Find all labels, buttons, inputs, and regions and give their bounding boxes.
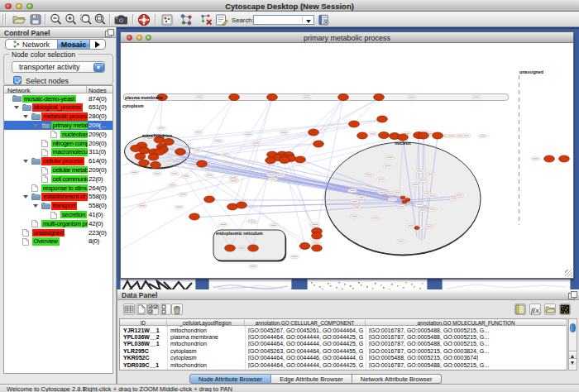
network-node[interactable]	[189, 213, 200, 220]
tree-row-multi-organism-pro[interactable]: multi-organism pro42(0)	[4, 219, 112, 228]
matrix-icon[interactable]	[559, 304, 571, 315]
zoom-in-icon[interactable]	[64, 12, 79, 27]
table-row-YPL036W__1[interactable]: YPL036W__1mitochondrion[GO:0044464, GO:0…	[120, 341, 567, 347]
tree-row-mosaic-demo-yeast[interactable]: mosaic-demo-yeast874(0)	[4, 94, 112, 103]
expand-triangle-icon[interactable]	[23, 115, 28, 121]
data-panel-float-icon[interactable]	[568, 291, 576, 299]
tree-row-response-to-stimul[interactable]: response to stimul264(0)	[4, 184, 112, 193]
table-row-YLR295C[interactable]: YLR295Ccytoplasm[GO:0045263, GO:0044464,…	[120, 347, 567, 354]
network-node-small[interactable]	[402, 200, 407, 203]
tree-row-establishment-of-lo[interactable]: establishment of lo558(0)	[4, 193, 112, 202]
network-node[interactable]	[248, 245, 259, 251]
tab-overflow-button[interactable]	[90, 40, 105, 49]
scrollbar-thumb[interactable]	[570, 323, 576, 332]
table-row-YKR052C[interactable]: YKR052Ccytoplasm[GO:0044464, GO:0044446,…	[120, 355, 567, 361]
network-node[interactable]	[313, 141, 324, 147]
network-node[interactable]	[299, 243, 310, 250]
search-dropdown-arrow[interactable]	[302, 17, 313, 23]
network-node-small[interactable]	[400, 196, 405, 199]
help-ring-icon[interactable]	[136, 12, 151, 27]
tab-network[interactable]: Network	[6, 40, 57, 49]
network-node[interactable]	[544, 155, 555, 162]
tab-network-attribute-browser[interactable]: Network Attribute Browser	[352, 374, 442, 384]
open-folder-icon[interactable]	[544, 304, 556, 315]
resize-grip-icon[interactable]	[565, 270, 572, 277]
network-node[interactable]	[295, 156, 306, 163]
table-row-YJR121W__1[interactable]: YJR121W__1mitochondrion[GO:0045267, GO:0…	[120, 327, 567, 333]
expand-triangle-icon[interactable]	[23, 160, 28, 165]
unified-icon[interactable]	[160, 304, 171, 315]
tree-row-unassigned[interactable]: unassigned223(0)	[4, 228, 112, 237]
scroll-up-button[interactable]	[569, 351, 577, 357]
back-window-scribbles[interactable]	[208, 279, 292, 290]
network-node[interactable]	[312, 232, 323, 239]
scroll-down-button[interactable]	[569, 358, 577, 365]
tree-row-biological-process[interactable]: biological_process651(0)	[4, 103, 112, 112]
destroy-network-icon[interactable]	[199, 12, 213, 27]
tree-row-overview[interactable]: Overview8(0)	[4, 237, 112, 246]
tree-row-cellular-metabo[interactable]: cellular metabo209(0)	[4, 165, 112, 174]
network-node[interactable]	[266, 157, 276, 164]
network-node[interactable]	[139, 160, 150, 166]
tree-row-cellular-process[interactable]: cellular process614(0)	[4, 157, 112, 166]
tree-row-primary-metabolic[interactable]: primary metabolic209(...	[4, 121, 112, 130]
tree-row-cell-communicat[interactable]: cell communicat22(0)	[4, 174, 112, 184]
attribute-browser-icon[interactable]	[317, 12, 330, 27]
network-node[interactable]	[309, 129, 319, 136]
network-node[interactable]	[135, 153, 146, 160]
network-node[interactable]	[338, 94, 349, 101]
network-node[interactable]	[559, 155, 570, 162]
tree-row-metabolic-process[interactable]: metabolic process280(0)	[4, 112, 112, 122]
back-window-glyphs[interactable]	[120, 279, 196, 290]
annotation-icon[interactable]	[160, 12, 175, 27]
table-scrollbar[interactable]	[568, 318, 577, 370]
delete-attribute-icon[interactable]	[171, 304, 183, 315]
network-node[interactable]	[229, 94, 240, 101]
network-node[interactable]	[280, 157, 290, 164]
network-node[interactable]	[204, 196, 215, 203]
tab-node-attribute-browser[interactable]: Node Attribute Browser	[189, 374, 271, 384]
snapshot-icon[interactable]	[113, 12, 128, 27]
table-row-YPL036W__2[interactable]: YPL036W__2plasma membrane[GO:0044464, GO…	[120, 333, 567, 340]
attribute-checklist-icon[interactable]	[147, 304, 159, 315]
tree-row-nitrogen-compo[interactable]: nitrogen compo209(0)	[4, 139, 112, 148]
zoom-selected-icon[interactable]	[79, 12, 93, 27]
save-icon[interactable]	[28, 12, 43, 27]
tab-mosaic[interactable]: Mosaic	[57, 40, 90, 49]
expand-triangle-icon[interactable]	[33, 124, 38, 130]
network-node[interactable]	[175, 149, 186, 155]
network-node[interactable]	[197, 160, 208, 167]
network-node[interactable]	[225, 245, 236, 251]
import-attributes-icon[interactable]	[514, 304, 526, 315]
column-header-2[interactable]: annotation.GO CELLULAR_COMPONENT	[245, 320, 366, 327]
network-node[interactable]	[312, 245, 323, 251]
table-row-YDR039C__1[interactable]: YDR039C__1mitochondrion[GO:0044464, GO:0…	[120, 361, 567, 368]
network-node[interactable]	[267, 94, 278, 101]
node-color-attribute-select[interactable]: transporter activity	[12, 61, 105, 73]
select-attributes-icon[interactable]	[123, 304, 135, 315]
tree-row-secretion[interactable]: secretion41(0)	[4, 210, 112, 219]
network-node[interactable]	[349, 121, 360, 127]
column-header-0[interactable]: ID	[120, 320, 167, 327]
network-node[interactable]	[379, 132, 390, 139]
select-nodes-checkbox[interactable]	[13, 76, 22, 84]
function-builder-icon[interactable]: f(x)	[529, 304, 541, 315]
zoom-out-icon[interactable]	[49, 12, 64, 27]
expand-triangle-icon[interactable]	[33, 204, 38, 210]
tree-row-transport[interactable]: transport558(0)	[4, 202, 112, 211]
open-file-icon[interactable]	[12, 12, 26, 27]
column-header-1[interactable]: _cellularLayoutRegion	[167, 320, 245, 327]
float-panel-icon[interactable]	[105, 29, 112, 36]
layout-network-icon[interactable]	[179, 12, 194, 27]
network-node[interactable]	[377, 116, 388, 122]
network-node[interactable]	[419, 132, 429, 139]
back-window-specks[interactable]	[307, 279, 428, 290]
network-node[interactable]	[374, 94, 385, 101]
new-attribute-icon[interactable]	[136, 304, 147, 315]
network-node[interactable]	[433, 132, 443, 139]
tab-edge-attribute-browser[interactable]: Edge Attribute Browser	[271, 374, 352, 384]
network-node[interactable]	[237, 202, 247, 208]
edit-form-icon[interactable]	[214, 12, 229, 27]
network-window-titlebar[interactable]: primary metabolic process	[121, 32, 573, 43]
tree-row-nucleobase-co[interactable]: nucleobase-co209(0)	[4, 130, 112, 139]
